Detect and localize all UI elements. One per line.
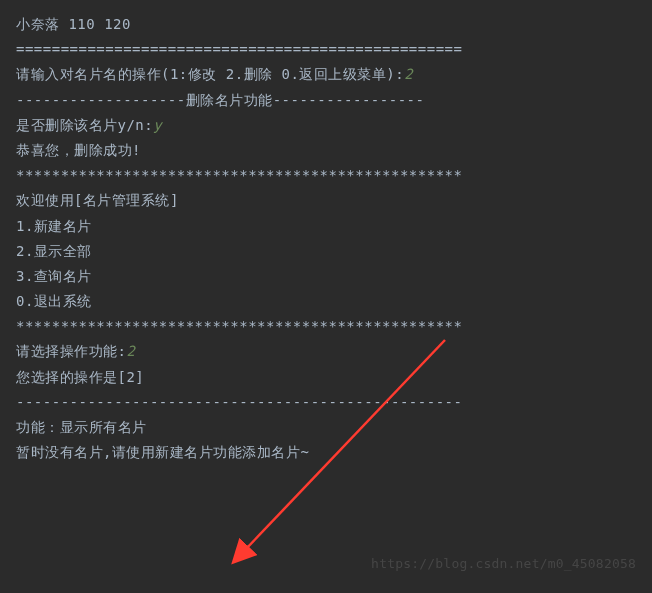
user-input: 2 (404, 66, 413, 82)
prompt-text: 是否删除该名片y/n: (16, 117, 153, 133)
prompt-text: 请输入对名片名的操作(1:修改 2.删除 0.返回上级菜单): (16, 66, 404, 82)
empty-message: 暂时没有名片,请使用新建名片功能添加名片~ (16, 440, 636, 465)
watermark: https://blog.csdn.net/m0_45082058 (371, 552, 636, 575)
prompt-operation: 请输入对名片名的操作(1:修改 2.删除 0.返回上级菜单):2 (16, 62, 636, 87)
success-message: 恭喜您，删除成功! (16, 138, 636, 163)
menu-item-1: 1.新建名片 (16, 214, 636, 239)
user-input: 2 (126, 343, 135, 359)
prompt-confirm-delete: 是否删除该名片y/n:y (16, 113, 636, 138)
prompt-select-menu: 请选择操作功能:2 (16, 339, 636, 364)
welcome-header: 欢迎使用[名片管理系统] (16, 188, 636, 213)
prompt-text: 请选择操作功能: (16, 343, 126, 359)
separator-equals: ========================================… (16, 37, 636, 62)
output-line: 小奈落 110 120 (16, 12, 636, 37)
separator-dash: -------------------删除名片功能---------------… (16, 88, 636, 113)
function-header: 功能：显示所有名片 (16, 415, 636, 440)
separator-dash-long: ----------------------------------------… (16, 390, 636, 415)
separator-star: ****************************************… (16, 163, 636, 188)
menu-item-0: 0.退出系统 (16, 289, 636, 314)
menu-item-3: 3.查询名片 (16, 264, 636, 289)
user-input: y (153, 117, 162, 133)
separator-star: ****************************************… (16, 314, 636, 339)
selection-echo: 您选择的操作是[2] (16, 365, 636, 390)
menu-item-2: 2.显示全部 (16, 239, 636, 264)
